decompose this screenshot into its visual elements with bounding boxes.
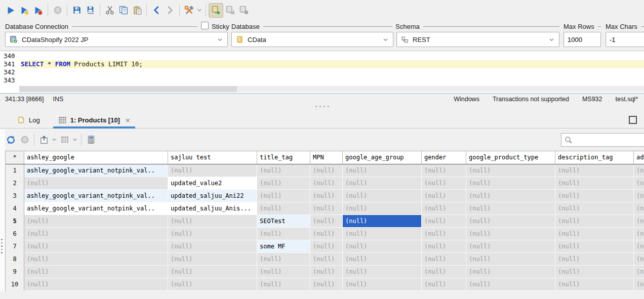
- code-text[interactable]: [21, 76, 644, 84]
- grid-null-cell[interactable]: (null): [555, 190, 634, 202]
- navigate-forward-button[interactable]: [163, 4, 177, 17]
- grid-null-cell[interactable]: (null): [343, 253, 422, 266]
- database-select[interactable]: CData: [231, 32, 393, 47]
- editor-line[interactable]: 343: [0, 76, 644, 84]
- grid-null-cell[interactable]: (null): [310, 266, 343, 278]
- grid-null-cell[interactable]: (null): [257, 202, 310, 215]
- grid-null-cell[interactable]: (null): [343, 240, 422, 253]
- grid-null-cell[interactable]: (null): [634, 202, 644, 215]
- grid-null-cell[interactable]: (null): [555, 228, 634, 240]
- refresh-button[interactable]: [4, 133, 18, 147]
- run-current-button[interactable]: [31, 4, 45, 17]
- grid-null-cell[interactable]: (null): [634, 266, 644, 278]
- scrollbar-thumb[interactable]: [19, 86, 237, 92]
- column-header-MPN[interactable]: MPN: [310, 151, 343, 164]
- grid-null-cell[interactable]: (null): [422, 240, 466, 253]
- grid-null-cell[interactable]: (null): [555, 164, 634, 177]
- grid-cell[interactable]: some MF: [257, 240, 310, 253]
- grid-null-cell[interactable]: (null): [24, 253, 168, 266]
- grid-null-cell[interactable]: (null): [422, 253, 466, 266]
- row-number[interactable]: 10: [6, 278, 24, 291]
- save-button[interactable]: [70, 4, 84, 17]
- grid-null-cell[interactable]: (null): [168, 228, 257, 240]
- grid-null-cell[interactable]: (null): [310, 215, 343, 228]
- database-commit-button[interactable]: [223, 4, 237, 17]
- database-disconnect-button[interactable]: [237, 4, 251, 17]
- sql-editor[interactable]: 340341SELECT * FROM Products LIMIT 10;34…: [0, 51, 644, 94]
- grid-null-cell[interactable]: (null): [168, 164, 257, 177]
- record-button[interactable]: [51, 4, 64, 17]
- grid-null-cell[interactable]: (null): [343, 228, 422, 240]
- grid-cell[interactable]: ashley_google_variant_notpink_val..: [24, 164, 168, 177]
- copy-button[interactable]: [116, 4, 130, 17]
- grid-null-cell[interactable]: (null): [310, 202, 343, 215]
- grid-null-cell[interactable]: (null): [555, 266, 634, 278]
- connection-select[interactable]: CDataShopify 2022 JP: [5, 32, 228, 47]
- grid-null-cell[interactable]: (null): [24, 278, 168, 291]
- grid-null-cell[interactable]: (null): [343, 190, 422, 202]
- grid-null-cell[interactable]: (null): [310, 253, 343, 266]
- column-header-title_tag[interactable]: title_tag: [257, 151, 310, 164]
- grid-null-cell[interactable]: (null): [634, 253, 644, 266]
- grid-null-cell[interactable]: (null): [466, 228, 555, 240]
- tab-log[interactable]: Log: [12, 112, 45, 128]
- column-header-adw[interactable]: adw: [634, 151, 644, 164]
- tools-button[interactable]: [182, 4, 196, 17]
- navigate-back-button[interactable]: [149, 4, 163, 17]
- grid-null-cell[interactable]: (null): [343, 177, 422, 190]
- editor-line[interactable]: 340: [0, 52, 644, 60]
- grid-null-cell[interactable]: (null): [466, 190, 555, 202]
- grid-null-cell[interactable]: (null): [422, 164, 466, 177]
- grid-null-cell[interactable]: (null): [555, 240, 634, 253]
- editor-line[interactable]: 342: [0, 68, 644, 76]
- grid-null-cell[interactable]: (null): [310, 164, 343, 177]
- paste-button[interactable]: [130, 4, 144, 17]
- cut-button[interactable]: [103, 4, 116, 17]
- grid-null-cell[interactable]: (null): [634, 215, 644, 228]
- row-number[interactable]: 3: [6, 190, 24, 202]
- tools-menu-button[interactable]: [196, 4, 203, 17]
- grid-null-cell[interactable]: (null): [466, 215, 555, 228]
- grid-null-cell[interactable]: (null): [422, 190, 466, 202]
- max-chars-input[interactable]: [606, 32, 644, 47]
- column-header-sajluu-test[interactable]: sajluu test: [168, 151, 257, 164]
- stop-button[interactable]: [18, 133, 31, 147]
- grid-null-cell[interactable]: (null): [257, 266, 310, 278]
- grid-null-cell[interactable]: (null): [634, 177, 644, 190]
- grid-null-cell[interactable]: (null): [168, 266, 257, 278]
- code-text[interactable]: [21, 68, 644, 76]
- grid-null-cell[interactable]: (null): [310, 278, 343, 291]
- grid-null-cell[interactable]: (null): [466, 202, 555, 215]
- grid-null-cell[interactable]: (null): [168, 253, 257, 266]
- grid-null-cell[interactable]: (null): [634, 164, 644, 177]
- grid-null-cell[interactable]: (null): [24, 266, 168, 278]
- column-header-gender[interactable]: gender: [422, 151, 466, 164]
- column-header-ashley_google[interactable]: ashley_google: [24, 151, 168, 164]
- grid-null-cell[interactable]: (null): [24, 215, 168, 228]
- grid-null-cell[interactable]: (null): [24, 240, 168, 253]
- search-input[interactable]: [573, 136, 644, 144]
- row-number[interactable]: 2: [6, 177, 24, 190]
- grid-null-cell[interactable]: (null): [555, 215, 634, 228]
- row-number[interactable]: 4: [6, 202, 24, 215]
- grid-null-cell[interactable]: (null): [310, 177, 343, 190]
- grid-null-cell[interactable]: (null): [634, 278, 644, 291]
- grid-null-cell[interactable]: (null): [634, 240, 644, 253]
- export-button[interactable]: [37, 133, 51, 147]
- grid-cell[interactable]: updated_value2: [168, 177, 257, 190]
- grid-null-cell[interactable]: (null): [343, 266, 422, 278]
- grid-null-cell[interactable]: (null): [555, 177, 634, 190]
- editor-horizontal-scrollbar[interactable]: [19, 86, 644, 92]
- grid-null-cell[interactable]: (null): [466, 240, 555, 253]
- grid-null-cell[interactable]: (null): [422, 177, 466, 190]
- max-rows-input[interactable]: [564, 32, 601, 47]
- grid-null-cell[interactable]: (null): [343, 278, 422, 291]
- row-number[interactable]: 1: [6, 164, 24, 177]
- database-connect-button[interactable]: [209, 3, 223, 18]
- grid-null-cell[interactable]: (null): [257, 278, 310, 291]
- maximize-icon[interactable]: [629, 116, 637, 124]
- column-header-google_product_type[interactable]: google_product_type: [466, 151, 555, 164]
- run-button[interactable]: [4, 4, 18, 17]
- grid-null-cell[interactable]: (null): [466, 164, 555, 177]
- schema-select[interactable]: REST: [396, 32, 559, 47]
